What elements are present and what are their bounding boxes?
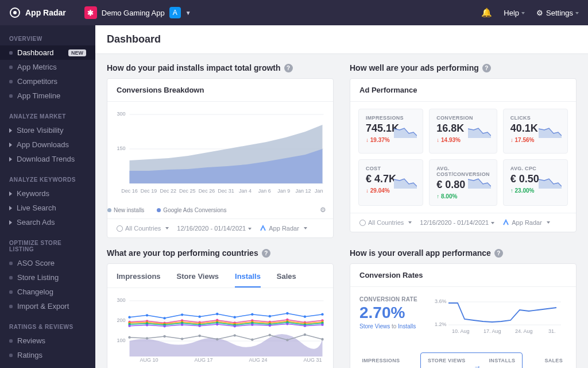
svg-text:300: 300: [117, 111, 126, 117]
chevron-right-icon: [9, 191, 12, 196]
daterange-picker[interactable]: 12/16/2020 - 01/14/2021: [177, 225, 252, 232]
sidebar-item-label: App Downloads: [17, 140, 69, 149]
svg-point-26: [163, 317, 165, 319]
svg-point-72: [128, 324, 130, 327]
chevron-right-icon: [9, 157, 12, 162]
svg-point-29: [216, 313, 218, 315]
countries-filter[interactable]: All Countries: [359, 219, 412, 226]
sidebar-item-keywords[interactable]: Keywords: [0, 186, 95, 201]
svg-point-86: [163, 335, 165, 338]
sidebar-section-label: ANALYZE KEYWORDS: [0, 166, 95, 186]
chevron-right-icon: [9, 220, 12, 225]
sidebar-item-dashboard[interactable]: DashboardNEW: [0, 45, 95, 60]
panel-title-text: What are your top performing countries: [107, 248, 258, 258]
kpi-card[interactable]: CONVERSION16.8K↓ 14.93%: [429, 109, 497, 154]
kpi-card[interactable]: AVG. COST/CONVERSION€ 0.80↑ 8.00%: [429, 159, 497, 206]
sidebar-section-label: OVERVIEW: [0, 25, 95, 45]
sparkline: [539, 125, 562, 138]
kpi-grid: IMPRESSIONS745.1K↓ 19.37%CONVERSION16.8K…: [350, 102, 576, 213]
card-title: Conversions Breakdown: [107, 79, 333, 102]
app-switcher[interactable]: ✱ Demo Gaming App A ▼: [84, 6, 191, 19]
tab-impressions[interactable]: Impressions: [117, 272, 161, 288]
kpi-card[interactable]: AVG. CPC€ 0.50↑ 23.00%: [503, 159, 568, 206]
kpi-card[interactable]: COST€ 4.7K↓ 29.04%: [358, 159, 423, 206]
kpi-card[interactable]: CLICKS40.1K↓ 17.56%: [503, 109, 568, 154]
svg-point-89: [216, 338, 218, 340]
bullet-icon: [9, 66, 13, 69]
globe-icon: [117, 225, 123, 232]
svg-point-79: [251, 323, 253, 325]
sidebar-item-live-search[interactable]: Live Search: [0, 201, 95, 215]
sidebar-item-reviews[interactable]: Reviews: [0, 334, 95, 348]
help-icon[interactable]: ?: [482, 64, 491, 72]
account-picker[interactable]: App Radar: [502, 219, 550, 226]
sidebar-item-app-metrics[interactable]: App Metrics: [0, 60, 95, 74]
daterange-picker[interactable]: 12/16/2020 - 01/14/2021: [420, 219, 494, 226]
help-icon[interactable]: ?: [262, 249, 270, 258]
sidebar-item-app-timeline[interactable]: App Timeline: [0, 89, 95, 103]
sidebar-item-store-visibility[interactable]: Store Visibility: [0, 123, 95, 137]
kpi-delta: ↑ 8.00%: [436, 193, 490, 200]
svg-point-80: [269, 324, 271, 327]
countries-filter[interactable]: All Countries: [117, 225, 169, 232]
account-picker[interactable]: App Radar: [260, 225, 307, 232]
svg-point-93: [286, 339, 288, 341]
sidebar-item-label: Store Listing: [17, 273, 59, 282]
svg-point-28: [198, 315, 200, 317]
brand-logo[interactable]: App Radar: [9, 7, 66, 18]
svg-point-84: [128, 336, 130, 338]
svg-point-73: [146, 324, 148, 326]
sidebar-item-competitors[interactable]: Competitors: [0, 74, 95, 89]
sidebar-item-store-listing[interactable]: Store Listing: [0, 270, 95, 285]
svg-point-83: [321, 323, 323, 325]
help-menu[interactable]: Help: [504, 9, 525, 17]
panel-title-text: How well are your ads performing: [350, 63, 479, 72]
page-header: Dashboard: [95, 25, 588, 54]
sidebar-item-import-export[interactable]: Import & Export: [0, 299, 95, 313]
kpi-label: AVG. COST/CONVERSION: [436, 166, 490, 177]
svg-text:Jan 6: Jan 6: [258, 188, 271, 194]
kpi-card[interactable]: IMPRESSIONS745.1K↓ 19.37%: [358, 109, 423, 154]
svg-text:Dec 25: Dec 25: [179, 188, 196, 194]
svg-text:AUG 24: AUG 24: [249, 357, 268, 362]
svg-point-1: [13, 11, 17, 14]
conv-rate-desc: Store Views to Installs: [359, 323, 417, 329]
gear-icon: ⚙: [536, 9, 543, 17]
sidebar-item-label: App Timeline: [17, 91, 60, 100]
tab-installs[interactable]: Installs: [235, 272, 261, 288]
sidebar-item-ratings[interactable]: Ratings: [0, 348, 95, 362]
sidebar-item-changelog[interactable]: Changelog: [0, 285, 95, 299]
tab-sales[interactable]: Sales: [277, 272, 296, 288]
conversions-chart: 300 150 Dec 16Dec 19Dec 22Dec 25Dec 26De…: [117, 109, 324, 195]
kpi-label: CLICKS: [510, 115, 560, 121]
sidebar-item-label: Ratings: [17, 351, 42, 359]
arrow-right-icon: →: [474, 362, 481, 368]
bullet-icon: [9, 94, 13, 98]
chevron-right-icon: [9, 143, 12, 147]
tab-store-views[interactable]: Store Views: [177, 272, 219, 288]
help-icon[interactable]: ?: [284, 64, 293, 72]
sidebar-item-label: Import & Export: [17, 302, 69, 310]
svg-point-81: [286, 323, 288, 325]
sidebar-item-download-trends[interactable]: Download Trends: [0, 152, 95, 166]
funnel-selected[interactable]: STORE VIEWS 160,261 → INSTALLS 4,340: [420, 352, 523, 368]
sidebar-section-label: CONFIGURATION: [0, 362, 95, 368]
funnel: IMPRESSIONS 7,102,326 STORE VIEWS 160,26…: [350, 346, 576, 368]
sidebar-item-app-downloads[interactable]: App Downloads: [0, 137, 95, 152]
app-radar-icon: [260, 225, 266, 232]
bell-icon[interactable]: 🔔: [481, 7, 492, 18]
sidebar-item-search-ads[interactable]: Search Ads: [0, 215, 95, 229]
logo-icon: [9, 7, 21, 18]
help-icon[interactable]: ?: [494, 249, 503, 258]
svg-point-88: [198, 335, 200, 337]
svg-text:Jan 4: Jan 4: [239, 188, 252, 194]
svg-text:200: 200: [117, 317, 126, 323]
gear-icon[interactable]: ⚙: [320, 206, 326, 214]
countries-chart: 300 200 100 AUG 10AUG 17AUG 24AUG 31: [117, 296, 324, 362]
svg-text:3.6%: 3.6%: [435, 298, 447, 304]
svg-text:Dec 19: Dec 19: [141, 188, 157, 194]
brand-name: App Radar: [25, 8, 66, 17]
settings-menu[interactable]: ⚙ Settings: [536, 9, 579, 17]
sidebar-item-aso-score[interactable]: ASO Score: [0, 256, 95, 270]
globe-icon: [359, 220, 366, 226]
